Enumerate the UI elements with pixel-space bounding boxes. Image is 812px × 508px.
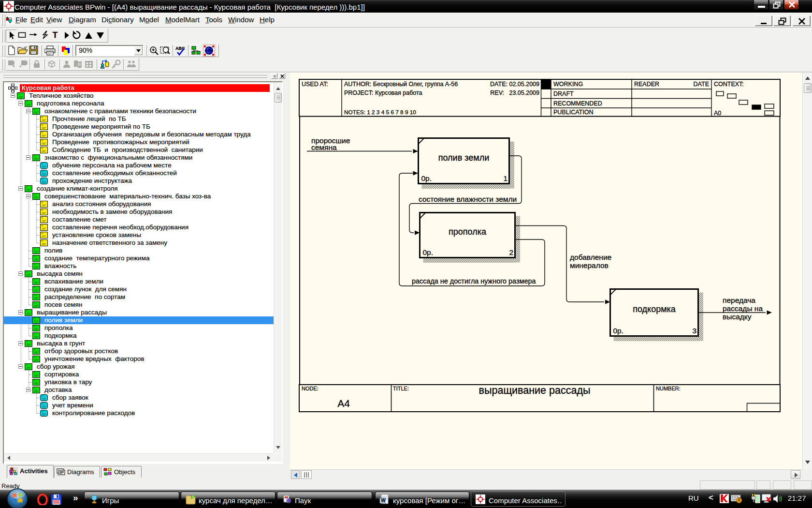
svg-text:T: T [53,30,58,40]
svg-text:подкормка: подкормка [633,304,676,314]
svg-text:READER: READER [634,81,659,88]
svg-text:PUBLICATION: PUBLICATION [553,109,593,116]
svg-text:A0: A0 [714,110,721,117]
svg-text:DATE: 02.05.2009: DATE: 02.05.2009 [490,81,539,88]
svg-text:TITLE:: TITLE: [393,386,409,391]
svg-text:W: W [381,498,386,503]
svg-text:выращивание рассады: выращивание рассады [479,385,591,396]
svg-text:семяна: семяна [311,143,337,151]
svg-text:0р.: 0р. [613,327,624,335]
svg-text:DRAFT: DRAFT [553,90,574,97]
svg-text:CONTEXT:: CONTEXT: [714,81,744,88]
svg-text:прополка: прополка [449,227,487,237]
svg-text:минералов: минералов [570,261,609,269]
svg-text:NUMBER:: NUMBER: [656,386,681,391]
svg-text:A4: A4 [337,398,350,409]
svg-text:NOTES: 1 2 3 4 5 6 7 8 9 10: NOTES: 1 2 3 4 5 6 7 8 9 10 [344,109,416,116]
svg-text:RECOMMENDED: RECOMMENDED [553,100,602,107]
svg-text:1: 1 [503,174,508,182]
svg-text:WORKING: WORKING [553,81,583,88]
svg-text:PROJECT: Курсовая работа: PROJECT: Курсовая работа [344,90,422,96]
svg-text:NODE:: NODE: [302,386,319,391]
svg-text:добавление: добавление [570,253,611,261]
svg-text:рассада не достигла нужного ра: рассада не достигла нужного размера [412,277,536,285]
svg-text:0р.: 0р. [421,174,432,182]
svg-text:состояние влажности земли: состояние влажности земли [419,195,517,203]
svg-text:USED AT:: USED AT: [302,81,328,88]
svg-text:передача: передача [723,296,755,304]
svg-text:полив земли: полив земли [438,153,489,163]
svg-text:2: 2 [509,248,513,256]
svg-text:REV: 23.05.2009: REV: 23.05.2009 [490,90,539,96]
svg-text:высадку: высадку [723,313,752,321]
svg-text:рассады на: рассады на [723,304,763,313]
svg-text:DATE: DATE [694,81,709,88]
svg-text:3: 3 [692,327,696,335]
svg-text:AUTHOR: Бескровный Олег, груп: AUTHOR: Бескровный Олег, группа А-56 [344,81,458,88]
svg-text:0р.: 0р. [423,248,434,256]
